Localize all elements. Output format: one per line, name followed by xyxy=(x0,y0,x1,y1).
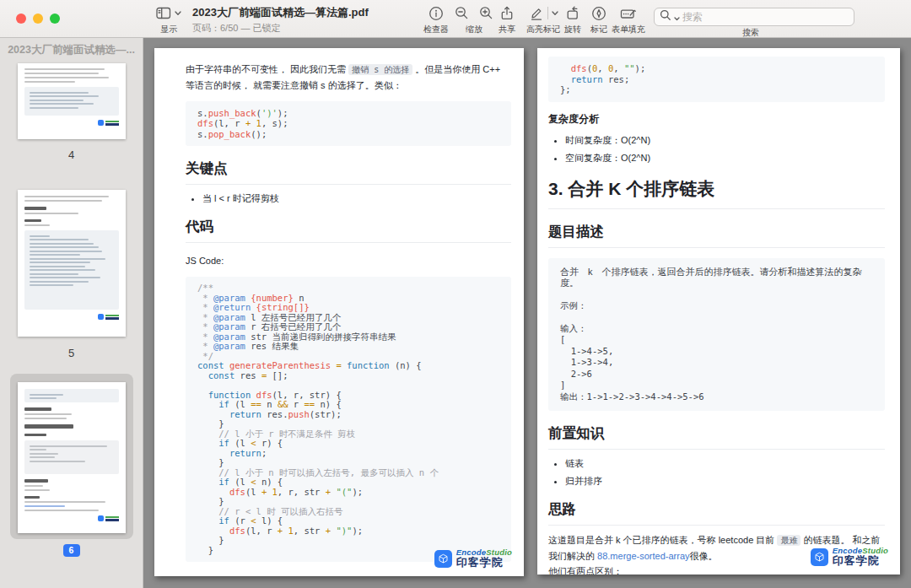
form-fill-icon xyxy=(620,5,637,21)
complexity-list: 时间复杂度：O(2^N) 空间复杂度：O(2^N) xyxy=(565,133,885,165)
code-continuation-block: dfs(0, 0, ""); return res;}; xyxy=(548,57,885,102)
selected-page-badge[interactable]: 6 xyxy=(63,544,80,557)
heading-problem-description: 题目描述 xyxy=(548,223,885,248)
inline-code: 撤销 s 的选择 xyxy=(348,64,412,75)
markup-button[interactable]: 标记 xyxy=(590,5,607,35)
rotate-icon xyxy=(565,5,580,21)
heading-prerequisites: 前置知识 xyxy=(548,424,885,450)
search-input[interactable] xyxy=(654,8,854,26)
chevron-down-icon xyxy=(175,11,181,16)
thumbnail-page-5[interactable] xyxy=(18,190,126,337)
form-fill-button[interactable]: 表单填充 xyxy=(612,5,645,35)
sidebar-display-button[interactable]: 显示 xyxy=(156,5,181,35)
document-title-area: 2023大厂前端面试精选—算法篇.pdf 页码：6/50 — 已锁定 xyxy=(192,5,369,35)
fullscreen-window-button[interactable] xyxy=(50,13,60,24)
highlight-pen-icon[interactable] xyxy=(529,6,544,21)
search-scope-chevron-icon[interactable] xyxy=(674,9,680,24)
thumbnail-sidebar: 2023大厂前端面试精选—... 4 xyxy=(0,38,143,588)
mini-code-block xyxy=(24,87,119,116)
mini-quote-block xyxy=(24,440,119,474)
display-label: 显示 xyxy=(160,24,177,35)
mini-code-block xyxy=(24,230,119,310)
prerequisites-list: 链表 归并排序 xyxy=(565,456,885,488)
intro-paragraph: 由于字符串的不可变性， 因此我们无需 撤销 s 的选择 。但是当你使用 C++ … xyxy=(186,62,511,93)
problem-quote-block: 合并 k 个排序链表，返回合并后的排序链表。请分析和描述算法的复杂度。 示例： … xyxy=(548,258,885,412)
js-code-label: JS Code: xyxy=(186,253,511,268)
close-window-button[interactable] xyxy=(16,13,26,24)
sidebar-panel-icon xyxy=(156,7,171,19)
info-icon xyxy=(429,5,444,21)
mini-logo xyxy=(24,120,119,126)
main-code-block: /** * @param {number} n * @return {strin… xyxy=(186,277,511,562)
example-io-block: 示例： 输入：[ 1->4->5, 1->3->4, 2->6]输出：1->1-… xyxy=(560,300,873,403)
pdf-page-right: dfs(0, 0, ""); return res;}; 复杂度分析 时间复杂度… xyxy=(537,48,900,575)
inline-code: 最难 xyxy=(777,535,800,546)
zoom-in-icon[interactable] xyxy=(479,6,493,20)
list-item: 归并排序 xyxy=(565,474,885,488)
mini-code-block xyxy=(24,389,119,402)
zoom-out-icon[interactable] xyxy=(455,6,469,20)
code-snippet-block: s.push_back(')');dfs(l, r + 1, s);s.pop_… xyxy=(186,101,511,147)
thumbnail-page-number[interactable]: 5 xyxy=(0,347,143,359)
thumbnail-page-number[interactable]: 4 xyxy=(0,148,143,161)
window-controls xyxy=(16,13,60,24)
cube-logo-icon xyxy=(434,550,452,568)
share-icon xyxy=(499,5,515,21)
highlight-menu-chevron-icon[interactable] xyxy=(552,11,558,16)
search-label: 搜索 xyxy=(742,27,759,39)
rotate-button[interactable]: 旋转 xyxy=(564,5,581,35)
list-item: 时间复杂度：O(2^N) xyxy=(565,133,885,148)
section-heading-keypoints: 关键点 xyxy=(186,159,511,185)
page-status: 页码：6/50 — 已锁定 xyxy=(192,22,369,35)
minimize-window-button[interactable] xyxy=(33,13,43,24)
document-title: 2023大厂前端面试精选—算法篇.pdf xyxy=(192,5,369,20)
share-button[interactable]: 共享 xyxy=(499,5,515,35)
keypoints-list: 当 l < r 时记得剪枝 xyxy=(202,192,511,206)
cube-logo-icon xyxy=(811,548,828,566)
search-icon xyxy=(660,9,671,24)
merge-sorted-array-link[interactable]: 88.merge-sorted-array xyxy=(597,551,689,561)
mini-logo xyxy=(24,515,119,521)
list-item: 链表 xyxy=(565,456,885,471)
pdf-viewer-canvas[interactable]: 由于字符串的不可变性， 因此我们无需 撤销 s 的选择 。但是当你使用 C++ … xyxy=(143,38,911,588)
inspector-button[interactable]: 检查器 xyxy=(423,5,449,35)
section-heading-code: 代码 xyxy=(186,218,511,243)
markup-pen-icon xyxy=(591,5,606,21)
search-text-field[interactable] xyxy=(682,11,849,23)
pdf-page-left: 由于字符串的不可变性， 因此我们无需 撤销 s 的选择 。但是当你使用 C++ … xyxy=(154,48,524,576)
encodestudio-logo: EncodeStudio 印客学院 xyxy=(434,548,512,569)
sidebar-document-title: 2023大厂前端面试精选—... xyxy=(0,43,143,57)
thumbnail-page-6[interactable] xyxy=(18,382,126,533)
preview-window: 显示 2023大厂前端面试精选—算法篇.pdf 页码：6/50 — 已锁定 检查… xyxy=(0,0,911,588)
divider xyxy=(547,7,548,19)
thumbnail-page-4[interactable] xyxy=(18,63,126,139)
heading-idea: 思路 xyxy=(548,500,885,526)
chapter-heading: 3. 合并 K 个排序链表 xyxy=(548,177,885,209)
zoom-buttons[interactable]: 缩放 xyxy=(455,5,493,35)
heading-complexity: 复杂度分析 xyxy=(548,112,885,127)
list-item: 当 l < r 时记得剪枝 xyxy=(202,192,511,206)
toolbar: 显示 2023大厂前端面试精选—算法篇.pdf 页码：6/50 — 已锁定 检查… xyxy=(0,0,911,38)
encodestudio-logo: EncodeStudio 印客学院 xyxy=(811,547,888,567)
list-item: 空间复杂度：O(2^N) xyxy=(565,151,885,165)
mini-logo xyxy=(24,314,119,320)
highlight-button[interactable]: 高亮标记 xyxy=(526,5,560,35)
